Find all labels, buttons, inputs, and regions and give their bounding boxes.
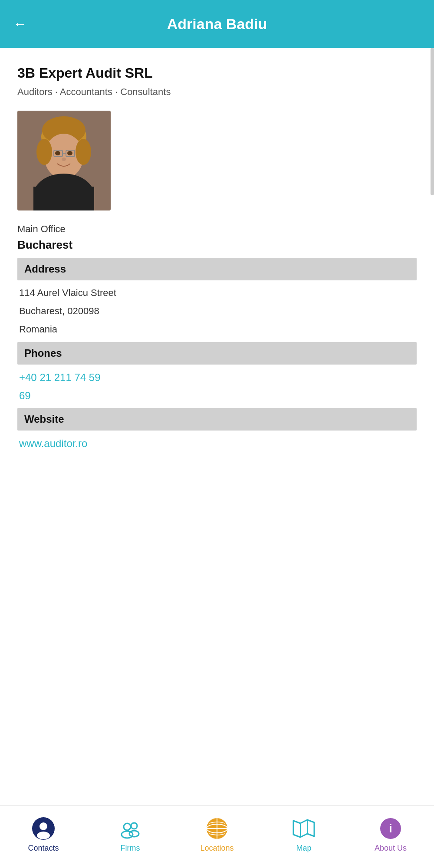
nav-map[interactable]: Map <box>260 817 347 853</box>
nav-contacts[interactable]: Contacts <box>0 817 87 853</box>
svg-point-19 <box>122 831 133 838</box>
svg-point-16 <box>39 822 47 830</box>
address-line-1: 114 Aurel Vlaicu Street <box>19 287 415 299</box>
phones-content: +40 21 211 74 59 69 <box>17 372 417 402</box>
svg-point-17 <box>37 832 50 839</box>
svg-point-8 <box>67 151 72 155</box>
svg-point-21 <box>129 831 139 837</box>
nav-firms[interactable]: Firms <box>87 817 174 853</box>
phones-section-header: Phones <box>17 342 417 365</box>
address-section-header: Address <box>17 258 417 280</box>
svg-point-7 <box>55 151 60 155</box>
address-content: 114 Aurel Vlaicu Street Bucharest, 02009… <box>17 287 417 335</box>
phone-1[interactable]: +40 21 211 74 59 <box>19 372 415 384</box>
svg-point-12 <box>62 158 66 161</box>
office-label: Main Office <box>17 224 417 235</box>
firms-icon <box>118 817 142 840</box>
nav-contacts-label: Contacts <box>28 844 59 853</box>
phone-2[interactable]: 69 <box>19 390 415 402</box>
page-title: Adriana Badiu <box>167 16 267 33</box>
svg-text:i: i <box>389 822 392 835</box>
firm-tags: Auditors · Accountants · Consultants <box>17 86 417 98</box>
website-url[interactable]: www.auditor.ro <box>19 437 415 450</box>
nav-about-label: About Us <box>375 844 407 853</box>
back-button[interactable]: ← <box>13 17 27 31</box>
svg-point-18 <box>124 823 131 830</box>
city-name: Bucharest <box>17 238 417 252</box>
svg-marker-26 <box>293 820 314 837</box>
main-content: 3B Expert Audit SRL Auditors · Accountan… <box>0 48 434 525</box>
firm-name: 3B Expert Audit SRL <box>17 65 417 81</box>
scrollbar[interactable] <box>431 48 434 195</box>
nav-about[interactable]: i About Us <box>347 817 434 853</box>
svg-rect-14 <box>33 187 94 210</box>
address-line-2: Bucharest, 020098 <box>19 306 415 317</box>
map-icon <box>292 817 316 840</box>
nav-map-label: Map <box>296 844 311 853</box>
about-icon: i <box>379 817 402 840</box>
locations-icon <box>205 817 229 840</box>
profile-photo <box>17 111 111 210</box>
svg-point-20 <box>131 823 137 829</box>
website-content: www.auditor.ro <box>17 437 417 450</box>
header: ← Adriana Badiu <box>0 0 434 48</box>
bottom-nav: Contacts Firms Locations <box>0 805 434 868</box>
website-section-header: Website <box>17 408 417 431</box>
address-line-3: Romania <box>19 324 415 335</box>
nav-locations-label: Locations <box>200 844 233 853</box>
nav-firms-label: Firms <box>121 844 140 853</box>
svg-point-5 <box>36 139 52 165</box>
nav-locations[interactable]: Locations <box>174 817 260 853</box>
svg-point-6 <box>76 139 91 165</box>
contacts-icon <box>32 817 55 840</box>
